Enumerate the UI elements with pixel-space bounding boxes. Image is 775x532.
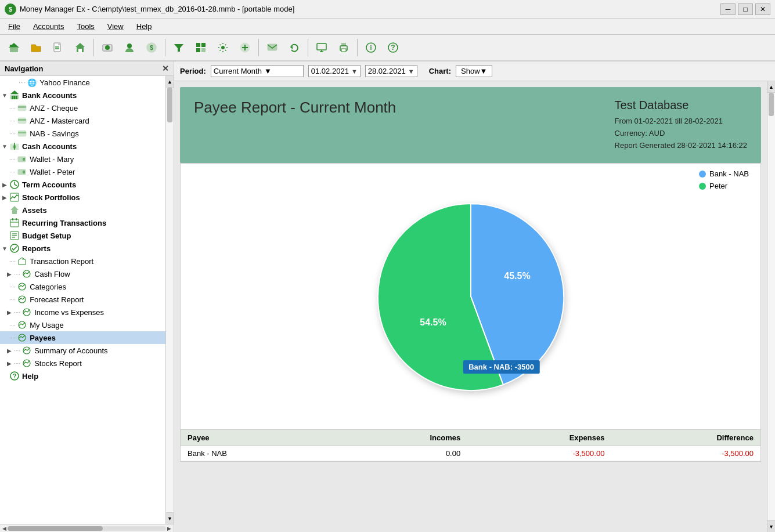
expand-summary[interactable]: ▶	[5, 346, 14, 355]
vscroll-down-btn[interactable]: ▼	[166, 512, 174, 524]
toolbar-open-btn[interactable]	[26, 37, 46, 58]
toolbar-sep-1	[93, 39, 94, 56]
hscroll-right-btn[interactable]: ▶	[166, 526, 172, 531]
col-difference: Difference	[611, 430, 760, 446]
expand-cash[interactable]: ▼	[0, 142, 9, 151]
sidebar-item-wallet-peter[interactable]: ···· Wallet - Peter	[0, 165, 165, 178]
content-vscroll-down-btn[interactable]: ▼	[767, 520, 775, 532]
toolbar-sync-btn[interactable]	[284, 37, 305, 58]
sidebar-item-nab-savings[interactable]: ···· NAB - Savings	[0, 127, 165, 140]
period-select[interactable]: Current Month ▼	[211, 65, 304, 77]
sidebar-item-stock-portfolios[interactable]: ▶ Stock Portfolios	[0, 191, 165, 204]
toolbar-currency-btn[interactable]: $	[141, 37, 162, 58]
svg-rect-58	[10, 219, 19, 227]
toolbar-monitor-btn[interactable]	[311, 37, 332, 58]
svg-line-55	[15, 184, 17, 186]
toolbar-settings-btn[interactable]	[212, 37, 233, 58]
sidebar-item-cash-flow[interactable]: ▶ ···· Cash Flow	[0, 267, 165, 280]
sidebar-item-income-expenses[interactable]: ▶ ···· Income vs Expenses	[0, 306, 165, 319]
sidebar-label-nab-savings: NAB - Savings	[30, 129, 79, 138]
vscroll-up-btn[interactable]: ▲	[166, 76, 174, 88]
toolbar-export-btn[interactable]	[190, 37, 211, 58]
payee-table: Payee Incomes Expenses Difference Bank -…	[181, 430, 760, 461]
menu-accounts[interactable]: Accounts	[27, 20, 70, 33]
sidebar-item-anz-cheque[interactable]: ···· ANZ - Cheque	[0, 102, 165, 114]
toolbar-info-btn[interactable]: i	[361, 37, 381, 58]
sidebar-label-transaction-report: Transaction Report	[30, 257, 93, 266]
date-to-input[interactable]: 28.02.2021 ▼	[365, 65, 417, 77]
sidebar-label-wallet-mary: Wallet - Mary	[30, 155, 74, 164]
toolbar-main-btn[interactable]	[70, 37, 91, 58]
expand-term[interactable]: ▶	[0, 180, 9, 189]
toolbar-new-btn[interactable]	[48, 37, 69, 58]
toolbar-filter-btn[interactable]	[168, 37, 189, 58]
sidebar-item-term-accounts[interactable]: ▶ Term Accounts	[0, 178, 165, 191]
sidebar-item-assets[interactable]: Assets	[0, 204, 165, 216]
sidebar-item-recurring[interactable]: Recurring Transactions	[0, 216, 165, 229]
toolbar-message-btn[interactable]	[262, 37, 283, 58]
content-vscroll-up-btn[interactable]: ▲	[767, 81, 775, 93]
sidebar-item-categories[interactable]: ···· Categories	[0, 280, 165, 293]
svg-rect-23	[268, 44, 277, 50]
expand-bank[interactable]: ▼	[0, 91, 9, 100]
expand-stocks-report[interactable]: ▶	[5, 359, 14, 368]
expand-stocks[interactable]: ▶	[0, 193, 9, 202]
menubar: File Accounts Tools View Help	[0, 19, 775, 35]
toolbar-home-btn[interactable]	[3, 37, 24, 58]
svg-rect-8	[78, 49, 82, 52]
toolbar-user-btn[interactable]	[119, 37, 140, 58]
toolbar-print-btn[interactable]	[333, 37, 354, 58]
date-from-input[interactable]: 01.02.2021 ▼	[308, 65, 361, 77]
menu-tools[interactable]: Tools	[71, 20, 100, 33]
menu-file[interactable]: File	[2, 20, 26, 33]
maximize-button[interactable]: □	[738, 3, 753, 15]
minimize-button[interactable]: ─	[720, 3, 736, 15]
svg-point-19	[221, 46, 225, 49]
toolbar-back-btn[interactable]	[97, 37, 118, 58]
svg-rect-30	[341, 49, 346, 52]
col-incomes: Incomes	[337, 430, 467, 446]
sidebar-item-yahoo[interactable]: ···· 🌐 Yahoo Finance	[0, 76, 165, 89]
anz-mastercard-icon	[17, 115, 27, 126]
svg-text:?: ?	[391, 44, 395, 52]
sidebar-item-stocks-report[interactable]: ▶ ···· Stocks Report	[0, 357, 165, 370]
sidebar-item-bank-accounts[interactable]: ▼ Bank Accounts	[0, 89, 165, 102]
sidebar-label-anz-cheque: ANZ - Cheque	[30, 104, 78, 113]
menu-view[interactable]: View	[102, 20, 129, 33]
expand-cashflow[interactable]: ▶	[5, 269, 14, 278]
sidebar-item-cash-accounts[interactable]: ▼ Cash Accounts	[0, 140, 165, 153]
sync-icon	[289, 42, 300, 53]
helpbtn-icon: ?	[387, 42, 399, 53]
sidebar-item-forecast[interactable]: ···· Forecast Report	[0, 293, 165, 306]
sidebar-item-help[interactable]: ? Help	[0, 370, 165, 382]
sidebar-item-summary[interactable]: ▶ ···· Summary of Accounts	[0, 344, 165, 357]
expand-income[interactable]: ▶	[5, 307, 14, 317]
sidebar-item-wallet-mary[interactable]: ···· Wallet - Mary	[0, 153, 165, 165]
date-from-btn[interactable]: ▼	[351, 68, 358, 75]
titlebar-controls: ─ □ ✕	[720, 3, 770, 15]
sidebar-item-budget[interactable]: Budget Setup	[0, 229, 165, 242]
svg-marker-4	[58, 43, 60, 45]
sidebar-item-anz-mastercard[interactable]: ···· ANZ - Mastercard	[0, 114, 165, 127]
menu-help[interactable]: Help	[131, 20, 158, 33]
date-to-btn[interactable]: ▼	[408, 68, 414, 75]
sidebar-close-btn[interactable]: ✕	[162, 64, 169, 73]
pie-chart-container: 45.5% 54.5% Bank - NAB: -3500	[190, 173, 751, 420]
sidebar-label-wallet-peter: Wallet - Peter	[30, 168, 75, 176]
content-vscrollbar[interactable]: ▲ ▼	[767, 81, 775, 532]
my-usage-icon	[17, 320, 27, 330]
sidebar-item-payees[interactable]: ···· Payees	[0, 331, 165, 344]
expand-reports[interactable]: ▼	[0, 244, 9, 253]
toolbar-help-btn[interactable]: ?	[383, 37, 403, 58]
sidebar-label-stock-portfolios: Stock Portfolios	[22, 193, 80, 202]
sidebar-item-my-usage[interactable]: ···· My Usage	[0, 319, 165, 331]
svg-rect-16	[201, 43, 206, 47]
close-button[interactable]: ✕	[755, 3, 770, 15]
chart-select[interactable]: Show ▼	[456, 65, 492, 77]
toolbar-add-btn[interactable]	[235, 37, 255, 58]
sidebar-item-transaction-report[interactable]: ···· Transaction Report	[0, 255, 165, 267]
hscroll-left-btn[interactable]: ◀	[1, 526, 8, 531]
transaction-report-icon	[17, 256, 27, 266]
sidebar-vscrollbar[interactable]: ▲ ▼	[165, 76, 174, 524]
sidebar-item-reports[interactable]: ▼ Reports	[0, 242, 165, 255]
